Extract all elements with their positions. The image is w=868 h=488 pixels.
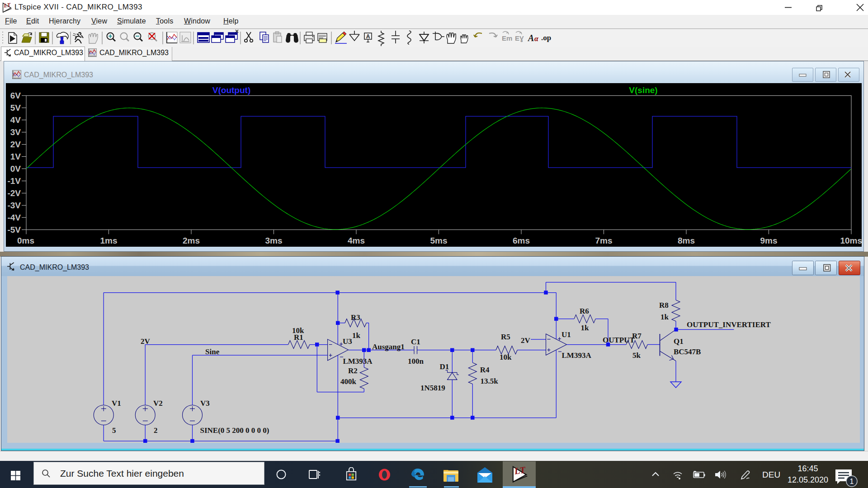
svg-text:BC547B: BC547B	[674, 347, 701, 356]
svg-text:U3: U3	[343, 337, 352, 346]
svg-text:Ausgang1: Ausgang1	[372, 343, 405, 351]
svg-text:α: α	[534, 35, 539, 42]
svg-text:2V: 2V	[141, 337, 151, 346]
svg-text:LT: LT	[3, 2, 11, 9]
svg-text:9ms: 9ms	[760, 236, 777, 245]
svg-text:400k: 400k	[340, 377, 357, 386]
svg-text:SINE(0 5 200 0 0 0 0): SINE(0 5 200 0 0 0 0)	[200, 426, 269, 435]
svg-text:R6: R6	[580, 307, 589, 315]
svg-text:2ms: 2ms	[183, 236, 200, 245]
svg-text:2V: 2V	[521, 336, 531, 345]
svg-text:-2V: -2V	[7, 188, 21, 198]
svg-text:A: A	[527, 33, 534, 43]
svg-text:-5V: -5V	[7, 225, 21, 235]
svg-text:Sine: Sine	[205, 347, 220, 356]
svg-text:R7: R7	[632, 332, 642, 340]
svg-text:1ms: 1ms	[100, 236, 117, 245]
svg-text:V2: V2	[153, 399, 163, 408]
svg-text:6ms: 6ms	[513, 236, 530, 245]
svg-text:LM393A: LM393A	[562, 351, 592, 360]
svg-text:1N5819: 1N5819	[420, 384, 445, 392]
svg-text:R3: R3	[351, 313, 360, 322]
svg-text:1: 1	[850, 478, 854, 485]
svg-text:V3: V3	[200, 399, 210, 408]
svg-text:4V: 4V	[10, 115, 21, 125]
svg-text:2: 2	[154, 426, 158, 435]
svg-text:1k: 1k	[352, 331, 361, 340]
svg-text:R8: R8	[659, 301, 669, 310]
svg-text:V(output): V(output)	[212, 85, 250, 95]
svg-text:7ms: 7ms	[595, 236, 612, 245]
svg-text:1k: 1k	[580, 324, 589, 332]
svg-text:Q1: Q1	[674, 337, 684, 346]
svg-text:1V: 1V	[10, 152, 21, 161]
svg-text:4ms: 4ms	[348, 236, 365, 245]
svg-text:V(sine): V(sine)	[629, 85, 657, 95]
svg-text:10k: 10k	[500, 353, 512, 361]
svg-text:EƔ: EƔ	[515, 34, 524, 42]
svg-text:D1: D1	[440, 362, 449, 371]
svg-text:-1V: -1V	[7, 176, 21, 186]
svg-text:100n: 100n	[408, 357, 424, 366]
svg-text:R5: R5	[501, 333, 510, 341]
svg-text:13.5k: 13.5k	[481, 377, 499, 385]
svg-text:A: A	[366, 33, 370, 40]
svg-text:3V: 3V	[10, 127, 21, 137]
svg-text:.op: .op	[541, 33, 551, 42]
svg-text:10ms: 10ms	[840, 236, 862, 245]
svg-text:OUTPUT: OUTPUT	[603, 336, 635, 344]
svg-text:LT: LT	[513, 465, 527, 476]
svg-text:5: 5	[112, 426, 116, 435]
svg-text:-3V: -3V	[7, 201, 21, 210]
svg-text:0V: 0V	[10, 164, 21, 174]
svg-text:3ms: 3ms	[265, 236, 282, 245]
svg-text:5ms: 5ms	[430, 236, 447, 245]
svg-text:R1: R1	[294, 333, 303, 342]
svg-text:5V: 5V	[10, 103, 21, 113]
svg-text:0ms: 0ms	[17, 236, 34, 245]
svg-text:R2: R2	[348, 366, 358, 375]
svg-text:6V: 6V	[10, 91, 21, 100]
svg-text:-4V: -4V	[7, 213, 21, 222]
svg-text:U1: U1	[561, 330, 571, 339]
svg-text:R4: R4	[480, 366, 490, 374]
svg-text:V1: V1	[112, 399, 121, 408]
svg-text:OUTPUT_INVERTIERT: OUTPUT_INVERTIERT	[687, 320, 771, 329]
svg-text:8ms: 8ms	[678, 236, 695, 245]
svg-text:5k: 5k	[632, 351, 641, 360]
svg-text:LM393A: LM393A	[343, 357, 373, 366]
svg-text:Em: Em	[502, 34, 512, 42]
svg-text:2V: 2V	[10, 140, 21, 149]
svg-text:1k: 1k	[660, 313, 669, 321]
svg-text:C1: C1	[411, 338, 420, 346]
